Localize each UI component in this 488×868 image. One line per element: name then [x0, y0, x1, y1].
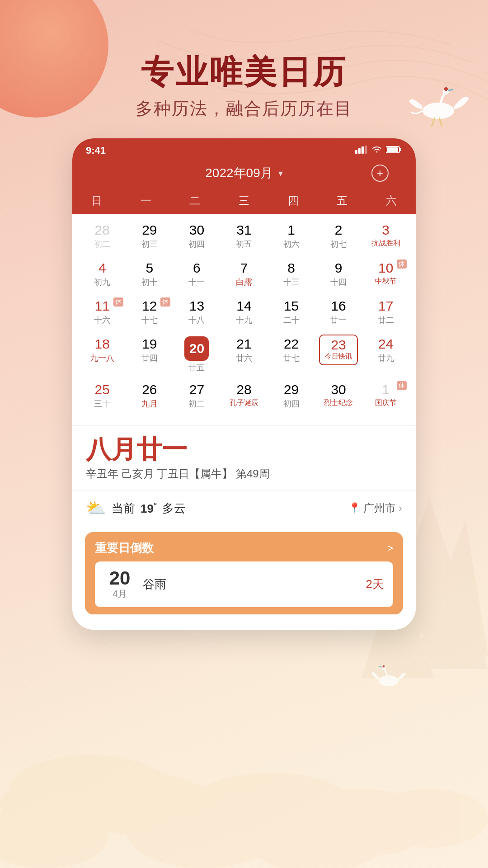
cal-day-13[interactable]: 13 十八 — [173, 295, 221, 331]
cal-day-18[interactable]: 18 九一八 — [79, 333, 126, 377]
cal-day-8[interactable]: 8 十三 — [267, 257, 315, 293]
countdown-days-remaining: 2天 — [366, 576, 384, 592]
cal-day-20-selected[interactable]: 20 廿五 — [173, 333, 221, 377]
add-event-button[interactable]: + — [371, 165, 389, 182]
cal-day-29[interactable]: 29 初四 — [267, 378, 315, 415]
status-icons — [355, 146, 402, 156]
weather-location[interactable]: 📍 广州市 › — [348, 501, 402, 515]
cal-day-26[interactable]: 26 九月 — [126, 378, 174, 415]
weekday-thu: 四 — [268, 193, 318, 208]
cal-day-1[interactable]: 1 初六 — [267, 219, 315, 255]
signal-icon — [355, 146, 368, 156]
countdown-wrapper: 重要日倒数 > 20 4月 谷雨 2天 — [72, 526, 416, 630]
weekday-sat: 六 — [366, 193, 416, 208]
cal-day-30[interactable]: 30 烈士纪念 — [315, 378, 362, 415]
status-time: 9:41 — [86, 145, 106, 156]
weather-section[interactable]: ⛅ 当前 19° 多云 📍 广州市 › — [72, 490, 416, 526]
weather-condition: 多云 — [162, 500, 186, 516]
cal-day-9[interactable]: 9 十四 — [315, 257, 362, 293]
countdown-arrow-icon: > — [387, 542, 393, 554]
cal-day-17[interactable]: 17 廿二 — [362, 295, 409, 331]
countdown-date: 20 4月 — [104, 569, 136, 600]
crane-bottom-icon — [371, 665, 407, 696]
weather-city: 广州市 — [363, 501, 396, 515]
cal-day-30[interactable]: 30 初四 — [173, 219, 221, 255]
cal-day-28-aug[interactable]: 28 初二 — [79, 219, 126, 255]
holiday-badge-10: 休 — [397, 259, 407, 269]
countdown-header: 重要日倒数 > — [95, 540, 393, 556]
calendar-week-1: 28 初二 29 初三 30 初四 31 初五 1 初六 2 初七 — [79, 219, 409, 255]
cal-day-11[interactable]: 休 11 十六 — [79, 295, 126, 331]
cal-day-12[interactable]: 休 12 十七 — [126, 295, 174, 331]
cal-day-19[interactable]: 19 廿四 — [126, 333, 174, 377]
calendar-header-row: 2022年09月 ▾ + 日 一 二 三 四 五 六 — [72, 161, 416, 214]
weekday-wed: 三 — [220, 193, 269, 208]
calendar-week-2: 4 初九 5 初十 6 十一 7 白露 8 十三 9 十四 — [79, 257, 409, 293]
status-bar: 9:41 — [72, 138, 416, 161]
countdown-month: 4月 — [113, 588, 127, 600]
cal-day-5[interactable]: 5 初十 — [126, 257, 174, 293]
svg-point-20 — [383, 665, 385, 668]
countdown-card[interactable]: 20 4月 谷雨 2天 — [95, 561, 393, 607]
weather-info: ⛅ 当前 19° 多云 — [86, 499, 186, 518]
holiday-badge-11: 休 — [113, 297, 123, 307]
cal-day-15[interactable]: 15 二十 — [267, 295, 315, 331]
svg-rect-24 — [365, 146, 367, 154]
wifi-icon — [371, 146, 382, 156]
plus-icon: + — [377, 167, 383, 179]
battery-icon — [386, 146, 402, 156]
cal-day-25[interactable]: 25 三十 — [79, 378, 126, 415]
phone-mockup: 9:41 — [72, 138, 416, 630]
location-pin-icon: 📍 — [348, 502, 361, 514]
app-sub-title: 多种历法，融合后历历在目 — [0, 97, 488, 120]
svg-rect-21 — [355, 150, 357, 154]
lunar-big-text: 八月廿一 — [86, 437, 402, 462]
weather-arrow-icon: › — [399, 502, 402, 514]
svg-rect-26 — [387, 147, 398, 152]
cal-day-2[interactable]: 2 初七 — [315, 219, 362, 255]
cal-day-28[interactable]: 28 孔子诞辰 — [221, 378, 268, 415]
cal-day-4[interactable]: 4 初九 — [79, 257, 126, 293]
svg-point-18 — [379, 675, 399, 686]
cal-day-10[interactable]: 休 10 中秋节 — [362, 257, 409, 293]
cal-day-23-today[interactable]: 23 今日快讯 — [315, 333, 362, 377]
svg-point-9 — [371, 789, 488, 848]
calendar-body: 28 初二 29 初三 30 初四 31 初五 1 初六 2 初七 — [72, 214, 416, 425]
svg-rect-23 — [361, 146, 364, 154]
cal-day-1-oct[interactable]: 休 1 国庆节 — [362, 378, 409, 415]
cal-day-22[interactable]: 22 廿七 — [267, 333, 315, 377]
holiday-badge-12: 休 — [160, 297, 170, 307]
cal-day-21[interactable]: 21 廿六 — [221, 333, 268, 377]
weekday-sun: 日 — [72, 193, 122, 208]
weather-temp: 19° — [141, 501, 157, 516]
svg-rect-22 — [358, 148, 361, 154]
cal-day-6[interactable]: 6 十一 — [173, 257, 221, 293]
cal-day-24[interactable]: 24 廿九 — [362, 333, 409, 377]
cal-day-29[interactable]: 29 初三 — [126, 219, 174, 255]
weekday-tue: 二 — [170, 193, 220, 208]
lunar-date-section: 八月廿一 辛丑年 己亥月 丁丑日【属牛】 第49周 — [72, 425, 416, 490]
calendar-month-header[interactable]: 2022年09月 ▾ + — [72, 161, 416, 190]
weekday-fri: 五 — [318, 193, 367, 208]
cal-day-7[interactable]: 7 白露 — [221, 257, 268, 293]
weekday-mon: 一 — [122, 193, 171, 208]
countdown-title: 重要日倒数 — [95, 540, 154, 556]
cal-day-27[interactable]: 27 初二 — [173, 378, 221, 415]
calendar-month-label: 2022年09月 — [205, 165, 272, 182]
cal-day-14[interactable]: 14 十九 — [221, 295, 268, 331]
app-main-title: 专业唯美日历 — [0, 54, 488, 90]
cal-day-3[interactable]: 3 抗战胜利 — [362, 219, 409, 255]
header-area: 专业唯美日历 多种历法，融合后历历在目 — [0, 0, 488, 120]
weather-condition-icon: ⛅ — [86, 499, 106, 518]
countdown-section[interactable]: 重要日倒数 > 20 4月 谷雨 2天 — [85, 532, 403, 614]
holiday-badge-oct1: 休 — [397, 381, 407, 390]
lunar-detail-text: 辛丑年 己亥月 丁丑日【属牛】 第49周 — [86, 467, 402, 481]
calendar-week-3: 休 11 十六 休 12 十七 13 十八 14 十九 15 二十 — [79, 295, 409, 331]
cal-day-16[interactable]: 16 廿一 — [315, 295, 362, 331]
dropdown-arrow-icon: ▾ — [278, 168, 283, 179]
weather-current-label: 当前 — [112, 500, 135, 516]
weekday-header-row: 日 一 二 三 四 五 六 — [72, 190, 416, 214]
countdown-event-name: 谷雨 — [143, 576, 359, 592]
calendar-week-5: 25 三十 26 九月 27 初二 28 孔子诞辰 29 初四 30 烈士纪念 — [79, 378, 409, 415]
cal-day-31[interactable]: 31 初五 — [221, 219, 268, 255]
